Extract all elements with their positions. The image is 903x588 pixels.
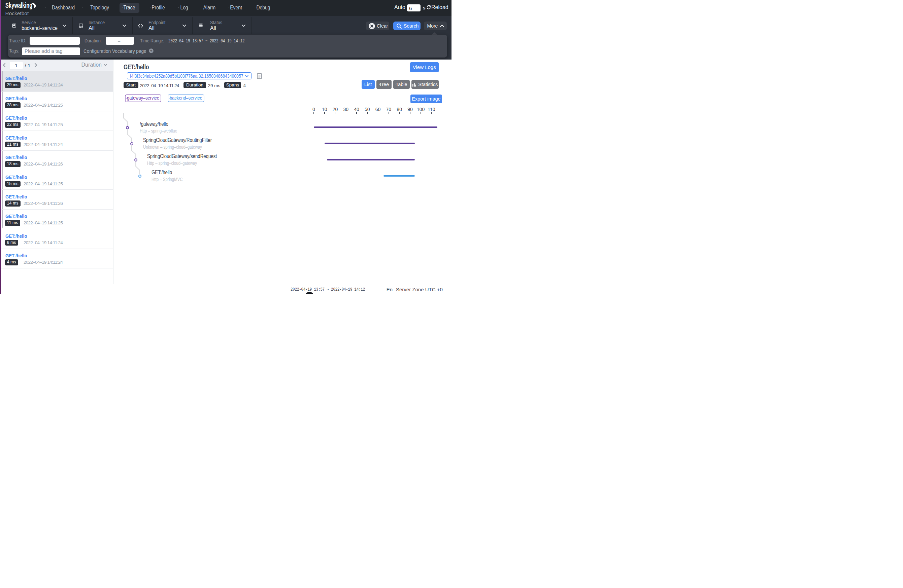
svg-text:?: ?: [150, 49, 152, 53]
